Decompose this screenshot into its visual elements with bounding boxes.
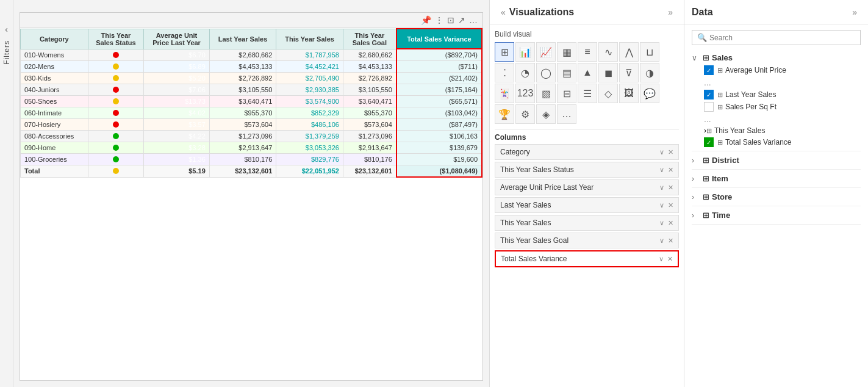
data-expand-btn[interactable]: » — [848, 6, 861, 18]
more-icon[interactable]: … — [469, 15, 478, 25]
pin-icon[interactable]: 📌 — [421, 15, 431, 25]
viz-icon-treemap[interactable]: ▤ — [557, 63, 576, 82]
data-tree-sales[interactable]: ∨ ⊞ Sales — [692, 51, 861, 64]
column-item-last_year_sales[interactable]: Last Year Sales ∨ ✕ — [495, 197, 679, 213]
cell-category: 060-Intimate — [21, 107, 88, 119]
cell-category: 030-Kids — [21, 73, 88, 84]
cell-this-year: $829,776 — [276, 154, 343, 165]
data-tree-time[interactable]: › ⊞ Time — [692, 209, 861, 222]
viz-icon-stacked[interactable]: ≡ — [578, 42, 597, 62]
viz-icon-gauge[interactable]: ◑ — [640, 63, 659, 82]
cell-total-avg-price: $5.19 — [144, 165, 209, 178]
viz-icon-slicer[interactable]: ☰ — [578, 84, 597, 103]
viz-icon-donut[interactable]: ◯ — [536, 63, 556, 82]
cell-status — [88, 73, 144, 84]
viz-icon-matrix[interactable]: ⊟ — [557, 84, 576, 103]
table-row: 050-Shoes $13.73 $3,640,471 $3,574,900 $… — [21, 96, 482, 107]
cell-this-year: $2,705,490 — [276, 73, 343, 84]
table-container: 📌 ⋮ ⊡ ↗ … Category This YearSales Status… — [20, 12, 483, 381]
cell-total-label: Total — [21, 165, 88, 178]
col-chevron-icon[interactable]: ∨ — [659, 237, 664, 245]
col-remove-icon[interactable]: ✕ — [668, 184, 673, 192]
filters-label[interactable]: Filters — [2, 40, 11, 65]
column-item-this_year_sales_status[interactable]: This Year Sales Status ∨ ✕ — [495, 162, 679, 178]
group-label: Item — [712, 174, 728, 183]
data-field-sales-per-sq-ft[interactable]: ⊞ Sales Per Sq Ft — [692, 101, 861, 113]
col-chevron-icon[interactable]: ∨ — [659, 219, 664, 227]
cell-last-year: $2,726,892 — [209, 73, 276, 84]
col-remove-icon[interactable]: ✕ — [668, 219, 673, 227]
col-chevron-icon[interactable]: ∨ — [659, 201, 664, 209]
viz-icon-more[interactable]: … — [557, 104, 576, 124]
column-item-total_sales_variance[interactable]: Total Sales Variance ∨ ✕ — [495, 250, 679, 267]
cell-variance: ($711) — [396, 61, 482, 73]
data-tree-store[interactable]: › ⊞ Store — [692, 190, 861, 203]
viz-expand-btn[interactable]: » — [664, 6, 676, 18]
viz-icon-combo[interactable]: ⊔ — [640, 42, 659, 62]
column-item-avg_unit_price[interactable]: Average Unit Price Last Year ∨ ✕ — [495, 179, 679, 195]
viz-icon-scatter[interactable]: ⁚ — [495, 63, 514, 82]
viz-icon-custom2[interactable]: ◈ — [536, 104, 556, 124]
viz-icon-area[interactable]: ⋀ — [619, 42, 639, 62]
viz-icon-image[interactable]: 🖼 — [619, 84, 639, 103]
expand-icon: › — [692, 211, 701, 220]
viz-icon-shape[interactable]: ◇ — [598, 84, 618, 103]
viz-icon-number[interactable]: 123 — [515, 84, 535, 103]
cell-category: 020-Mens — [21, 61, 88, 73]
field-icon: ⊞ — [706, 127, 712, 135]
sales-label: Sales — [712, 53, 733, 62]
data-field-total-sales-variance[interactable]: ✓ ⊞ Total Sales Variance — [692, 136, 861, 148]
col-remove-icon[interactable]: ✕ — [668, 148, 673, 156]
data-field-this-year-sales[interactable]: › ⊞ This Year Sales — [692, 125, 861, 136]
data-tree-district[interactable]: › ⊞ District — [692, 154, 861, 167]
cell-variance: $19,600 — [396, 154, 482, 165]
viz-collapse-btn[interactable]: « — [497, 6, 509, 18]
viz-icon-funnel[interactable]: ⊽ — [619, 63, 639, 82]
columns-label: Columns — [495, 133, 679, 142]
column-item-category[interactable]: Category ∨ ✕ — [495, 144, 679, 160]
expand-icon[interactable]: ↗ — [458, 15, 465, 25]
column-item-this_year_sales_goal[interactable]: This Year Sales Goal ∨ ✕ — [495, 233, 679, 248]
viz-icon-card[interactable]: 🃏 — [495, 84, 514, 103]
viz-icon-map[interactable]: ▲ — [578, 63, 597, 82]
viz-icon-table2[interactable]: ▧ — [536, 84, 556, 103]
cell-goal: $4,453,133 — [343, 61, 396, 73]
data-table: Category This YearSales Status Average U… — [20, 28, 482, 178]
column-item-label: This Year Sales — [500, 219, 551, 227]
cell-status — [88, 107, 144, 119]
col-header-category: Category — [21, 29, 88, 49]
focus-icon[interactable]: ⊡ — [447, 15, 454, 25]
viz-icon-pie[interactable]: ◔ — [515, 63, 535, 82]
filter-icon[interactable]: ⋮ — [435, 15, 443, 25]
viz-icon-qna[interactable]: 💬 — [640, 84, 659, 103]
column-item-this_year_sales[interactable]: This Year Sales ∨ ✕ — [495, 215, 679, 231]
data-field-average-unit-price[interactable]: ✓ ⊞ Average Unit Price — [692, 64, 861, 76]
col-chevron-icon[interactable]: ∨ — [659, 184, 664, 192]
col-remove-icon[interactable]: ✕ — [668, 237, 673, 245]
field-icon: ⊞ — [717, 91, 723, 99]
viz-icon-bar[interactable]: 📊 — [515, 42, 535, 62]
viz-icon-line[interactable]: ∿ — [598, 42, 618, 62]
data-tree-item[interactable]: › ⊞ Item — [692, 172, 861, 185]
viz-icon-trophy[interactable]: 🏆 — [495, 104, 514, 124]
table-row: 040-Juniors $7.06 $3,105,550 $2,930,385 … — [21, 84, 482, 96]
col-remove-icon[interactable]: ✕ — [668, 201, 673, 209]
viz-icon-clustered[interactable]: ▦ — [557, 42, 576, 62]
col-header-avg-price: Average UnitPrice Last Year — [144, 29, 209, 49]
col-remove-icon[interactable]: ✕ — [668, 166, 673, 174]
viz-icon-filled-map[interactable]: ◼ — [598, 63, 618, 82]
filters-collapse-arrow[interactable]: ‹ — [5, 24, 8, 34]
col-chevron-icon[interactable]: ∨ — [659, 148, 664, 156]
column-item-actions: ∨ ✕ — [659, 237, 673, 245]
search-input[interactable] — [709, 34, 855, 42]
cell-category: 040-Juniors — [21, 84, 88, 96]
col-chevron-icon[interactable]: ∨ — [659, 255, 664, 263]
col-remove-icon[interactable]: ✕ — [667, 255, 673, 263]
viz-icon-table[interactable]: ⊞ — [495, 42, 514, 62]
data-field-last-year-sales[interactable]: ✓ ⊞ Last Year Sales — [692, 89, 861, 101]
viz-icon-chart2[interactable]: 📈 — [536, 42, 556, 62]
cell-this-year: $852,329 — [276, 107, 343, 119]
viz-icon-custom1[interactable]: ⚙ — [515, 104, 535, 124]
col-chevron-icon[interactable]: ∨ — [659, 166, 664, 174]
cell-this-year: $2,930,385 — [276, 84, 343, 96]
